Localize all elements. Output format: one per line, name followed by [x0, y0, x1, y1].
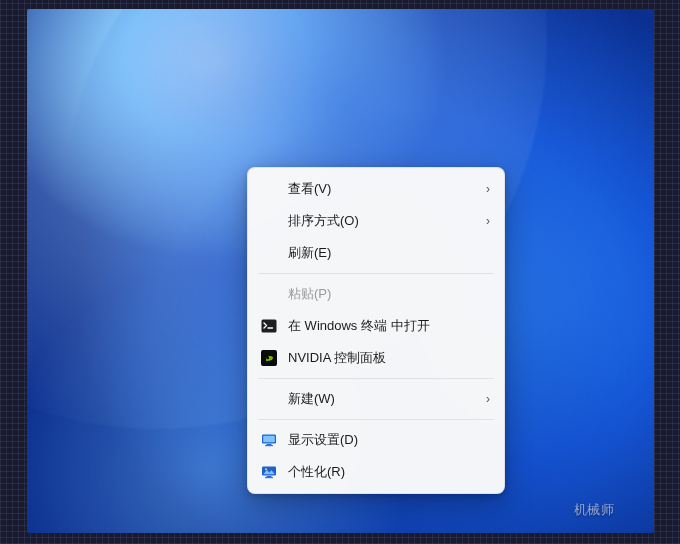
blank-icon: [260, 212, 278, 230]
chevron-right-icon: ›: [486, 214, 490, 228]
menu-item-display-settings[interactable]: 显示设置(D): [252, 424, 500, 456]
menu-label: 新建(W): [288, 390, 476, 408]
menu-item-open-in-terminal[interactable]: 在 Windows 终端 中打开: [252, 310, 500, 342]
menu-label: 刷新(E): [288, 244, 490, 262]
blank-icon: [260, 285, 278, 303]
menu-label: 排序方式(O): [288, 212, 476, 230]
svg-rect-6: [267, 444, 272, 445]
nvidia-icon: [260, 349, 278, 367]
svg-rect-11: [265, 477, 273, 478]
menu-label: 粘贴(P): [288, 285, 490, 303]
svg-point-3: [267, 357, 269, 359]
blank-icon: [260, 180, 278, 198]
menu-item-paste: 粘贴(P): [252, 278, 500, 310]
terminal-icon: [260, 317, 278, 335]
menu-item-nvidia-control-panel[interactable]: NVIDIA 控制面板: [252, 342, 500, 374]
desktop-background[interactable]: 查看(V) › 排序方式(O) › 刷新(E) 粘贴(P): [27, 9, 654, 533]
menu-item-view[interactable]: 查看(V) ›: [252, 173, 500, 205]
svg-rect-10: [267, 476, 272, 477]
menu-label: 显示设置(D): [288, 431, 490, 449]
chevron-right-icon: ›: [486, 392, 490, 406]
menu-label: 在 Windows 终端 中打开: [288, 317, 490, 335]
blank-icon: [260, 390, 278, 408]
outer-frame: 查看(V) › 排序方式(O) › 刷新(E) 粘贴(P): [0, 0, 680, 544]
svg-rect-7: [265, 445, 273, 446]
personalize-icon: [260, 463, 278, 481]
menu-item-personalize[interactable]: 个性化(R): [252, 456, 500, 488]
watermark-text: 机械师: [574, 501, 615, 519]
svg-rect-5: [263, 436, 275, 443]
menu-separator: [258, 378, 494, 379]
blank-icon: [260, 244, 278, 262]
desktop-context-menu: 查看(V) › 排序方式(O) › 刷新(E) 粘贴(P): [247, 167, 505, 494]
menu-item-new[interactable]: 新建(W) ›: [252, 383, 500, 415]
svg-rect-0: [262, 320, 277, 333]
display-settings-icon: [260, 431, 278, 449]
menu-label: 个性化(R): [288, 463, 490, 481]
menu-item-refresh[interactable]: 刷新(E): [252, 237, 500, 269]
menu-item-sort[interactable]: 排序方式(O) ›: [252, 205, 500, 237]
menu-label: NVIDIA 控制面板: [288, 349, 490, 367]
menu-label: 查看(V): [288, 180, 476, 198]
svg-point-9: [265, 468, 267, 470]
menu-separator: [258, 273, 494, 274]
menu-separator: [258, 419, 494, 420]
chevron-right-icon: ›: [486, 182, 490, 196]
